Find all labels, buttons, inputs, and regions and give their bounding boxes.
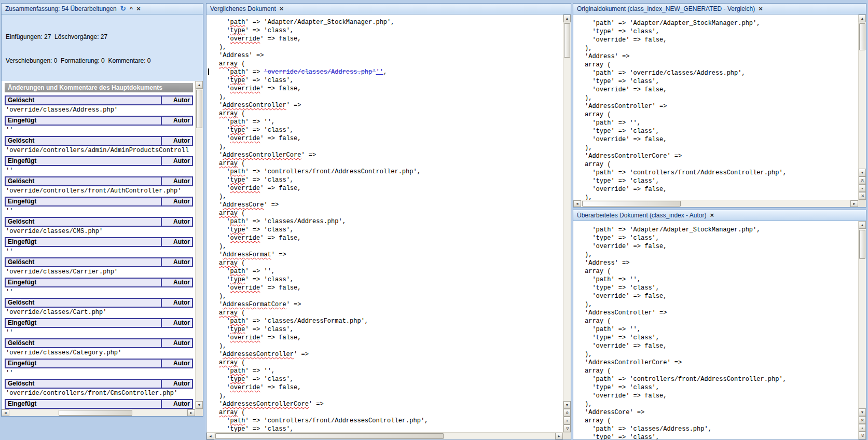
compared-horizontal-scrollbar[interactable]: ◄ ► — [206, 432, 563, 439]
code-segment: 'AddressControllerCore' => — [585, 359, 682, 366]
change-content[interactable]: 'override/classes/Category.php' — [5, 348, 193, 358]
collapse-icon[interactable]: ^ — [130, 6, 133, 12]
code-segment: ( — [238, 309, 245, 317]
change-entry-header[interactable]: GelöschtAutor — [5, 257, 193, 267]
next-page-button[interactable]: « — [859, 432, 866, 439]
change-content[interactable]: '' — [5, 247, 193, 256]
revised-code[interactable]: 'path' => 'Adapter/Adapter_StockManager.… — [573, 221, 858, 439]
change-entry-header[interactable]: EingefügtAutor — [5, 278, 193, 287]
compared-code[interactable]: 'path' => 'Adapter/Adapter_StockManager.… — [206, 15, 563, 432]
original-code[interactable]: 'path' => 'Adapter/Adapter_StockManager.… — [573, 15, 858, 200]
scroll-left-icon[interactable]: ◄ — [206, 433, 214, 439]
change-content[interactable]: '' — [5, 368, 193, 378]
scrollbar-track[interactable] — [859, 229, 866, 408]
select-browse-object-button[interactable]: ● — [859, 424, 866, 432]
scrollbar-track[interactable] — [581, 200, 850, 207]
scroll-down-icon[interactable]: ▼ — [859, 169, 866, 176]
scrollbar-thumb[interactable] — [215, 433, 444, 439]
change-entry-header[interactable]: EingefügtAutor — [5, 359, 193, 368]
scroll-down-icon[interactable]: ▼ — [563, 401, 571, 409]
scrollbar-track[interactable] — [214, 433, 555, 439]
change-entry-header[interactable]: EingefügtAutor — [5, 399, 193, 409]
scrollbar-thumb[interactable] — [59, 410, 132, 416]
change-content[interactable]: '' — [5, 207, 193, 216]
refresh-icon[interactable]: ↻ — [120, 6, 126, 12]
change-entry-header[interactable]: GelöschtAutor — [5, 298, 193, 308]
compared-close-icon[interactable]: × — [280, 6, 284, 12]
change-entry-header[interactable]: GelöschtAutor — [5, 338, 193, 348]
change-content[interactable]: '' — [5, 126, 193, 135]
previous-page-button[interactable]: « — [859, 176, 866, 184]
change-entry-header[interactable]: EingefügtAutor — [5, 116, 193, 126]
code-segment: 'AddressControllerCore' => — [585, 153, 682, 160]
change-content[interactable]: 'override/classes/Carrier.php' — [5, 267, 193, 277]
original-vertical-scrollbar[interactable]: ▲ ▼ « ● « — [858, 15, 866, 200]
scroll-right-icon[interactable]: ► — [850, 200, 858, 207]
next-page-button[interactable]: « — [563, 424, 571, 432]
change-entry-header[interactable]: GelöschtAutor — [5, 95, 193, 105]
scrollbar-thumb[interactable] — [564, 23, 570, 58]
code-segment: type — [230, 77, 245, 84]
change-content[interactable]: 'override/classes/CMS.php' — [5, 227, 193, 236]
next-page-button[interactable]: « — [859, 192, 866, 200]
code-segment: ), — [219, 44, 226, 51]
scroll-down-icon[interactable]: ▼ — [859, 408, 866, 416]
code-segment: ' => '', — [245, 268, 275, 275]
select-browse-object-button[interactable]: ● — [563, 417, 571, 424]
change-content[interactable]: 'override/controllers/front/CmsControlle… — [5, 389, 193, 398]
change-entry-header[interactable]: EingefügtAutor — [5, 237, 193, 247]
change-content[interactable]: 'override/classes/Cart.php' — [5, 308, 193, 317]
change-content[interactable]: 'override/controllers/admin/AdminProduct… — [5, 146, 193, 155]
previous-page-button[interactable]: « — [563, 409, 571, 417]
scroll-up-icon[interactable]: ▲ — [563, 15, 571, 22]
scroll-up-icon[interactable]: ▲ — [196, 81, 203, 89]
compared-vertical-scrollbar[interactable]: ▲ ▼ « ● « — [563, 15, 571, 432]
scrollbar-track[interactable] — [196, 89, 203, 401]
scrollbar-thumb[interactable] — [859, 23, 865, 50]
select-browse-object-button[interactable]: ● — [859, 184, 866, 192]
revised-vertical-scrollbar[interactable]: ▲ ▼ « ● « — [858, 221, 866, 439]
change-content[interactable]: 'override/classes/Address.php' — [5, 105, 193, 115]
change-entry-header[interactable]: GelöschtAutor — [5, 217, 193, 227]
original-close-icon[interactable]: × — [759, 6, 763, 12]
code-segment: path — [230, 218, 245, 225]
code-line: 'type' => 'class', — [219, 276, 563, 284]
change-entry-header[interactable]: EingefügtAutor — [5, 156, 193, 166]
scroll-up-icon[interactable]: ▲ — [859, 221, 866, 229]
original-horizontal-scrollbar[interactable]: ◄ ► — [573, 200, 858, 207]
change-content[interactable]: '' — [5, 287, 193, 297]
code-segment: type — [230, 226, 245, 233]
scrollbar-track[interactable] — [859, 22, 866, 169]
change-entry-header[interactable]: EingefügtAutor — [5, 318, 193, 328]
code-segment: ' — [219, 318, 230, 325]
scroll-right-icon[interactable]: ► — [555, 433, 563, 439]
code-segment: ' — [219, 367, 230, 375]
revised-close-icon[interactable]: × — [710, 212, 714, 218]
scrollbar-thumb[interactable] — [859, 230, 865, 259]
code-line: 'path' => 'Adapter/Adapter_StockManager.… — [585, 19, 858, 28]
scroll-down-icon[interactable]: ▼ — [196, 401, 203, 409]
change-entry-header[interactable]: GelöschtAutor — [5, 176, 193, 186]
summary-horizontal-scrollbar[interactable]: ◄ ► — [2, 409, 195, 416]
scroll-left-icon[interactable]: ◄ — [2, 409, 9, 416]
scrollbar-thumb[interactable] — [196, 90, 202, 128]
change-entry-header[interactable]: GelöschtAutor — [5, 379, 193, 389]
change-content[interactable]: '' — [5, 328, 193, 337]
change-content[interactable]: '' — [5, 166, 193, 175]
change-entry-header[interactable]: GelöschtAutor — [5, 136, 193, 146]
scroll-right-icon[interactable]: ► — [187, 409, 195, 416]
scroll-up-icon[interactable]: ▲ — [859, 15, 866, 22]
scrollbar-thumb[interactable] — [582, 201, 681, 207]
summary-vertical-scrollbar[interactable]: ▲ ▼ — [195, 81, 203, 409]
summary-close-icon[interactable]: × — [136, 6, 141, 12]
scrollbar-track[interactable] — [9, 409, 187, 416]
scroll-left-icon[interactable]: ◄ — [573, 200, 581, 207]
previous-page-button[interactable]: « — [859, 416, 866, 424]
code-segment: ( — [238, 210, 245, 217]
scrollbar-track[interactable] — [563, 22, 571, 401]
code-segment: array ( — [585, 417, 611, 424]
double-chevron-up-icon: « — [566, 411, 569, 414]
change-entry-header[interactable]: EingefügtAutor — [5, 197, 193, 207]
change-content[interactable]: 'override/controllers/front/AuthControll… — [5, 186, 193, 196]
code-segment: ' — [219, 417, 230, 424]
